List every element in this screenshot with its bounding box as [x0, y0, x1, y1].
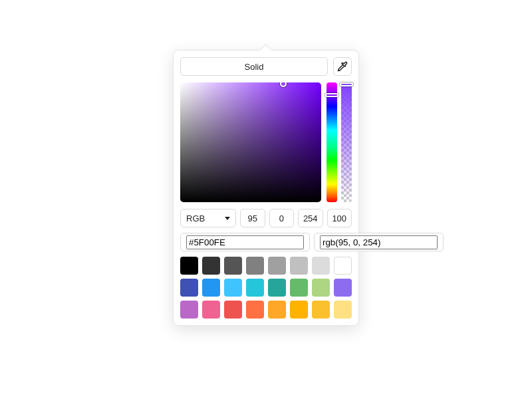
- swatch[interactable]: [202, 301, 220, 319]
- swatch-grid: [180, 257, 352, 319]
- swatch[interactable]: [334, 257, 352, 275]
- color-picker-popover: Solid R: [173, 50, 359, 326]
- swatch[interactable]: [202, 279, 220, 297]
- swatch[interactable]: [312, 257, 330, 275]
- green-value[interactable]: [270, 209, 294, 227]
- swatch[interactable]: [290, 279, 308, 297]
- swatch[interactable]: [246, 279, 264, 297]
- swatch[interactable]: [246, 301, 264, 319]
- sv-thumb[interactable]: [280, 82, 287, 87]
- swatch[interactable]: [334, 279, 352, 297]
- green-input[interactable]: [269, 209, 295, 227]
- eyedropper-icon: [337, 61, 348, 72]
- alpha-input[interactable]: [327, 209, 352, 227]
- blue-value[interactable]: [299, 209, 323, 227]
- hue-slider[interactable]: [327, 82, 337, 202]
- swatch[interactable]: [268, 301, 286, 319]
- swatch[interactable]: [180, 301, 198, 319]
- hex-input[interactable]: [180, 233, 310, 251]
- swatch[interactable]: [268, 279, 286, 297]
- fill-type-select[interactable]: Solid: [180, 57, 328, 76]
- rgb-text-value[interactable]: [320, 235, 438, 249]
- swatch[interactable]: [180, 257, 198, 275]
- saturation-value-area[interactable]: [180, 82, 321, 202]
- swatch[interactable]: [246, 257, 264, 275]
- swatch[interactable]: [180, 279, 198, 297]
- swatch[interactable]: [224, 301, 242, 319]
- swatch[interactable]: [334, 301, 352, 319]
- hue-thumb[interactable]: [325, 93, 338, 97]
- red-input[interactable]: [240, 209, 265, 227]
- swatch[interactable]: [312, 301, 330, 319]
- red-value[interactable]: [241, 209, 265, 227]
- fill-type-label: Solid: [245, 62, 264, 72]
- alpha-slider[interactable]: [341, 82, 352, 202]
- swatch[interactable]: [202, 257, 220, 275]
- chevron-down-icon: [225, 217, 230, 220]
- swatch[interactable]: [224, 257, 242, 275]
- swatch[interactable]: [312, 279, 330, 297]
- hex-value[interactable]: [186, 235, 304, 249]
- swatch[interactable]: [290, 301, 308, 319]
- alpha-thumb[interactable]: [340, 82, 353, 86]
- swatch[interactable]: [290, 257, 308, 275]
- swatch[interactable]: [224, 279, 242, 297]
- alpha-value[interactable]: [328, 209, 352, 227]
- blue-input[interactable]: [298, 209, 323, 227]
- color-model-label: RGB: [186, 213, 205, 223]
- rgb-text-input[interactable]: [314, 233, 444, 251]
- swatch[interactable]: [268, 257, 286, 275]
- color-model-select[interactable]: RGB: [180, 209, 236, 227]
- eyedropper-button[interactable]: [333, 57, 352, 76]
